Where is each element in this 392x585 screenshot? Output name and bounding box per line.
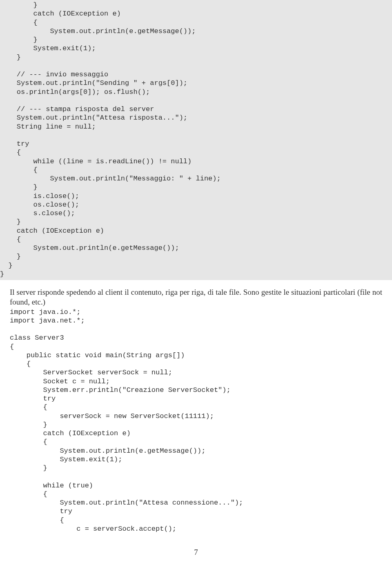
paragraph-description: Il server risponde spedendo al client il… <box>0 280 392 308</box>
code-block-2: import java.io.*; import java.net.*; cla… <box>0 308 392 534</box>
page-number: 7 <box>0 533 392 557</box>
code-block-1: } catch (IOException e) { System.out.pri… <box>0 0 392 280</box>
